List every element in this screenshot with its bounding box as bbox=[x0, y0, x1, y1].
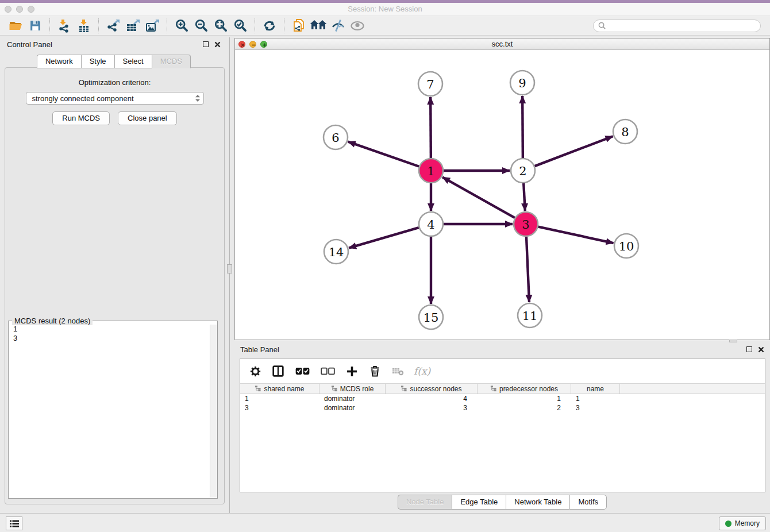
node-table: f(x) shared nameMCDS rolesuccessor nodes… bbox=[240, 358, 765, 492]
float-table-panel-icon[interactable] bbox=[746, 346, 752, 352]
table-cell: 4 bbox=[386, 394, 478, 403]
optimization-criterion-label: Optimization criterion: bbox=[5, 78, 224, 87]
columns-icon[interactable] bbox=[271, 364, 285, 378]
delete-column-icon[interactable] bbox=[368, 364, 382, 378]
zoom-fit-icon[interactable] bbox=[211, 17, 230, 34]
column-header-name[interactable]: name bbox=[571, 384, 620, 394]
svg-text:15: 15 bbox=[424, 311, 439, 325]
table-panel-title: Table Panel bbox=[240, 345, 279, 354]
table-panel: Table Panel bbox=[234, 342, 770, 513]
zoom-out-icon[interactable] bbox=[191, 17, 211, 34]
node-15[interactable]: 15 bbox=[419, 305, 443, 329]
select-all-icon[interactable] bbox=[294, 364, 310, 378]
result-item: 3 bbox=[13, 334, 216, 343]
svg-text:2: 2 bbox=[519, 164, 526, 178]
node-6[interactable]: 6 bbox=[324, 125, 348, 149]
network-view-window: scc.txt 7968124314101511 bbox=[234, 38, 770, 340]
mcds-result-list: 13 bbox=[9, 321, 217, 495]
node-4[interactable]: 4 bbox=[419, 212, 443, 236]
list-icon bbox=[10, 520, 19, 527]
svg-text:11: 11 bbox=[522, 309, 538, 323]
deselect-all-icon[interactable] bbox=[319, 364, 336, 378]
edge-2-9[interactable] bbox=[522, 96, 523, 158]
houses-icon[interactable] bbox=[309, 17, 328, 34]
import-network-icon[interactable] bbox=[55, 17, 74, 34]
hide-selected-eye-icon[interactable] bbox=[328, 17, 348, 34]
edge-2-8[interactable] bbox=[535, 136, 613, 166]
tab-style[interactable]: Style bbox=[81, 55, 114, 68]
tab-network-table[interactable]: Network Table bbox=[506, 495, 569, 510]
edge-1-7[interactable] bbox=[430, 97, 431, 158]
network-canvas[interactable]: 7968124314101511 bbox=[235, 50, 769, 339]
node-14[interactable]: 14 bbox=[324, 240, 348, 264]
close-table-panel-icon[interactable] bbox=[758, 346, 764, 353]
memory-button[interactable]: Memory bbox=[719, 516, 766, 530]
toolbar-separator bbox=[167, 18, 167, 33]
export-image-icon[interactable] bbox=[143, 17, 162, 34]
table-body: 1dominator4113dominator323 bbox=[240, 394, 765, 413]
table-row[interactable]: 1dominator411 bbox=[240, 394, 765, 403]
zoom-in-icon[interactable] bbox=[172, 17, 191, 34]
edge-3-11[interactable] bbox=[526, 237, 529, 302]
tab-network[interactable]: Network bbox=[37, 55, 81, 68]
tab-mcds[interactable]: MCDS bbox=[152, 55, 191, 68]
tab-edge-table[interactable]: Edge Table bbox=[452, 495, 506, 510]
toolbar-separator bbox=[49, 18, 50, 33]
edge-2-3[interactable] bbox=[523, 183, 525, 211]
network-window-titlebar[interactable]: scc.txt bbox=[235, 38, 769, 50]
refresh-icon[interactable] bbox=[260, 17, 279, 34]
optimization-criterion-select[interactable]: strongly connected component bbox=[26, 92, 204, 105]
hierarchy-icon bbox=[331, 385, 337, 392]
node-9[interactable]: 9 bbox=[510, 71, 534, 95]
splitter-grip[interactable] bbox=[227, 264, 232, 273]
gear-icon[interactable] bbox=[248, 364, 262, 378]
duplicate-network-icon[interactable] bbox=[289, 17, 309, 34]
node-3[interactable]: 3 bbox=[514, 212, 538, 236]
column-header-mcds-role[interactable]: MCDS role bbox=[319, 384, 386, 394]
node-11[interactable]: 11 bbox=[518, 303, 542, 327]
table-row[interactable]: 3dominator323 bbox=[240, 403, 765, 413]
toolbar-separator bbox=[255, 18, 255, 33]
column-header-successor-nodes[interactable]: successor nodes bbox=[386, 384, 478, 394]
task-history-button[interactable] bbox=[6, 516, 22, 530]
stepper-icon bbox=[194, 94, 201, 103]
svg-text:10: 10 bbox=[619, 240, 634, 253]
column-header-shared-name[interactable]: shared name bbox=[240, 384, 319, 394]
run-mcds-button[interactable]: Run MCDS bbox=[52, 111, 110, 125]
result-scrollbar[interactable] bbox=[210, 325, 217, 498]
network-title: scc.txt bbox=[235, 40, 769, 48]
open-file-icon[interactable] bbox=[6, 17, 25, 34]
control-panel: Control Panel NetworkStyleSelectMCDS Opt… bbox=[0, 37, 228, 506]
tab-motifs[interactable]: Motifs bbox=[569, 495, 607, 510]
tab-node-table[interactable]: Node Table bbox=[398, 495, 452, 510]
table-header: shared nameMCDS rolesuccessor nodesprede… bbox=[240, 383, 765, 394]
edge-3-10[interactable] bbox=[538, 227, 613, 243]
vertical-splitter[interactable] bbox=[229, 37, 230, 513]
edge-4-14[interactable] bbox=[349, 228, 419, 248]
node-10[interactable]: 10 bbox=[614, 234, 638, 258]
function-builder-icon: f(x) bbox=[414, 365, 430, 377]
export-network-icon[interactable] bbox=[103, 17, 123, 34]
export-table-icon[interactable] bbox=[123, 17, 143, 34]
search-field bbox=[593, 20, 761, 32]
close-panel-icon[interactable] bbox=[214, 41, 221, 48]
save-session-icon[interactable] bbox=[25, 17, 45, 34]
delete-table-icon bbox=[391, 364, 405, 378]
close-panel-button[interactable]: Close panel bbox=[118, 111, 177, 125]
node-7[interactable]: 7 bbox=[418, 72, 442, 96]
control-panel-tabs: NetworkStyleSelectMCDS bbox=[0, 55, 228, 68]
edge-1-6[interactable] bbox=[348, 142, 419, 167]
tab-select[interactable]: Select bbox=[114, 55, 152, 68]
show-hidden-eye-icon[interactable] bbox=[348, 17, 367, 34]
float-panel-icon[interactable] bbox=[203, 41, 209, 47]
column-header-predecessor-nodes[interactable]: predecessor nodes bbox=[478, 384, 571, 394]
add-column-icon[interactable] bbox=[345, 364, 359, 378]
import-table-icon[interactable] bbox=[74, 17, 94, 34]
search-input[interactable] bbox=[609, 22, 756, 30]
table-cell: 1 bbox=[478, 394, 571, 403]
node-1[interactable]: 1 bbox=[419, 159, 443, 183]
zoom-selected-icon[interactable] bbox=[230, 17, 250, 34]
node-8[interactable]: 8 bbox=[613, 119, 637, 144]
node-2[interactable]: 2 bbox=[511, 159, 535, 183]
edge-3-1[interactable] bbox=[442, 177, 515, 218]
